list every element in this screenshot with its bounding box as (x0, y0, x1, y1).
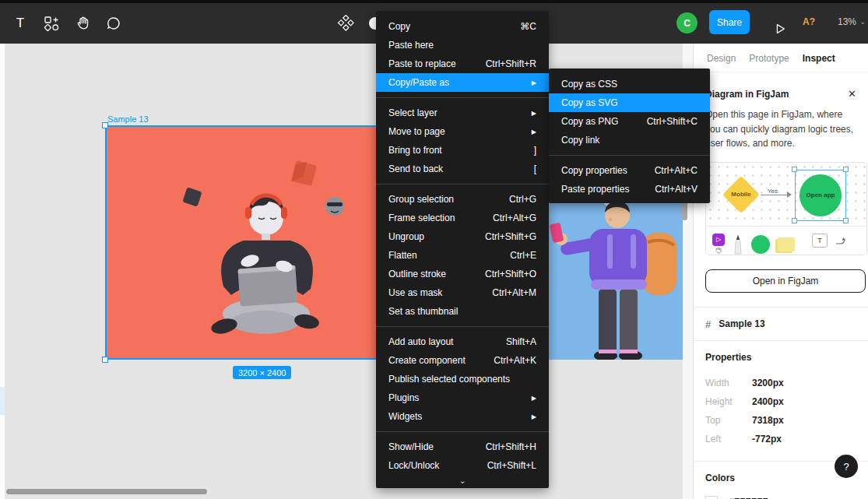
preview-arrowhead (787, 192, 792, 198)
left-panel-edge (0, 44, 5, 499)
resources-tool-icon[interactable] (36, 8, 67, 39)
share-button[interactable]: Share (709, 10, 750, 34)
figjam-preview-image: Mobile Yes Open app ▷ (705, 162, 867, 255)
property-value: 7318px (752, 415, 784, 426)
selected-frame-row[interactable]: # Sample 13 (694, 307, 868, 340)
property-value: -772px (752, 434, 782, 445)
menu-item-paste-here[interactable]: Paste here (376, 36, 549, 54)
submenu-arrow-icon: ▶ (532, 128, 536, 135)
text-tool-icon[interactable]: T (5, 8, 36, 39)
menu-item-copy[interactable]: Copy ⌘C (376, 17, 549, 36)
menu-item-move-to-page[interactable]: Move to page ▶ (376, 122, 549, 141)
menu-item-plugins[interactable]: Plugins ▶ (376, 388, 549, 407)
menu-item-create-component[interactable]: Create component Ctrl+Alt+K (376, 351, 549, 370)
viewer-badge[interactable]: A? (803, 16, 815, 27)
preview-figjam-toolbar: ▷ T (706, 226, 866, 255)
menu-item-copy-paste-as[interactable]: Copy/Paste as ▶ (376, 73, 549, 92)
zoom-level: 13% (838, 16, 856, 27)
window-top-edge (0, 0, 868, 3)
zoom-menu[interactable]: 13% ⌄ (838, 16, 866, 27)
frame-icon: # (705, 318, 711, 330)
properties-title: Properties (705, 352, 856, 363)
resize-handle-bottom-left[interactable] (102, 357, 108, 363)
preview-cursor-tool-icon: ▷ (712, 234, 725, 246)
illustration-person-laptop (107, 127, 416, 358)
menu-divider (376, 326, 549, 327)
menu-item-group-selection[interactable]: Group selection Ctrl+G (376, 190, 549, 209)
preview-diamond-label: Mobile (723, 191, 759, 198)
menu-scroll-chevron-icon[interactable]: ⌄ (376, 476, 549, 486)
menu-divider (376, 431, 549, 432)
preview-handle (792, 218, 797, 223)
help-icon: ? (843, 461, 849, 473)
hand-tool-icon[interactable] (67, 8, 98, 39)
preview-marker-tool-icon (733, 234, 743, 255)
menu-item-send-to-back[interactable]: Send to back [ (376, 160, 549, 178)
menu-item-use-as-mask[interactable]: Use as mask Ctrl+Alt+M (376, 283, 549, 302)
preview-hand-tool-icon (715, 248, 722, 254)
selected-frame-sample13[interactable] (105, 125, 417, 360)
submenu-item-copy-as-svg[interactable]: Copy as SVG (549, 93, 710, 112)
canvas-horizontal-scrollbar[interactable] (6, 489, 207, 494)
preview-selection-box (795, 170, 846, 221)
menu-item-set-as-thumbnail[interactable]: Set as thumbnail (376, 302, 549, 321)
property-row-top: Top 7318px (705, 411, 856, 430)
property-row-height: Height 2400px (705, 392, 856, 411)
menu-item-show-hide[interactable]: Show/Hide Ctrl+Shift+H (376, 438, 549, 456)
menu-item-flatten[interactable]: Flatten Ctrl+E (376, 246, 549, 265)
menu-item-add-auto-layout[interactable]: Add auto layout Shift+A (376, 332, 549, 351)
menu-item-widgets[interactable]: Widgets ▶ (376, 407, 549, 426)
preview-sticky-tool-icon (778, 237, 795, 251)
property-row-width: Width 3200px (705, 374, 856, 392)
submenu-item-copy-as-png[interactable]: Copy as PNG Ctrl+Shift+C (549, 112, 710, 131)
present-icon[interactable] (764, 13, 796, 44)
submenu-item-copy-as-css[interactable]: Copy as CSS (549, 75, 710, 93)
properties-section: Properties Width 3200px Height 2400px To… (694, 341, 868, 461)
submenu-item-paste-properties[interactable]: Paste properties Ctrl+Alt+V (549, 180, 710, 199)
left-panel-page-indicator[interactable] (0, 387, 5, 415)
open-in-figjam-button[interactable]: Open in FigJam (705, 269, 866, 293)
submenu-arrow-icon: ▶ (532, 110, 536, 117)
figjam-promo-section: Diagram in FigJam ✕ Open this page in Fi… (694, 72, 868, 293)
avatar[interactable]: C (676, 12, 698, 33)
preview-edge-label: Yes (766, 188, 779, 195)
color-row[interactable]: #FFFFFF (705, 496, 856, 499)
comment-tool-icon[interactable] (98, 8, 129, 39)
menu-item-ungroup[interactable]: Ungroup Ctrl+Shift+G (376, 227, 549, 246)
color-swatch (705, 496, 718, 499)
property-value: 3200px (752, 378, 784, 388)
chevron-down-icon: ⌄ (859, 19, 866, 25)
component-icon[interactable] (330, 8, 361, 39)
submenu-item-copy-properties[interactable]: Copy properties Ctrl+Alt+C (549, 161, 710, 180)
selection-size-badge: 3200 × 2400 (233, 366, 291, 379)
menu-divider (376, 97, 549, 98)
canvas-frame-label[interactable]: Sample 13 (107, 114, 149, 124)
property-label: Top (705, 415, 752, 426)
copy-paste-as-submenu: Copy as CSS Copy as SVG Copy as PNG Ctrl… (549, 69, 710, 203)
menu-item-frame-selection[interactable]: Frame selection Ctrl+Alt+G (376, 209, 549, 227)
menu-item-publish-selected-components[interactable]: Publish selected components (376, 370, 549, 388)
property-label: Width (705, 378, 752, 388)
submenu-arrow-icon: ▶ (532, 395, 536, 402)
menu-item-select-layer[interactable]: Select layer ▶ (376, 104, 549, 122)
resize-handle-top-left[interactable] (102, 122, 108, 128)
menu-item-outline-stroke[interactable]: Outline stroke Ctrl+Shift+O (376, 265, 549, 283)
tab-prototype[interactable]: Prototype (749, 53, 789, 64)
submenu-item-copy-link[interactable]: Copy link (549, 131, 710, 149)
property-label: Height (705, 396, 752, 407)
close-icon[interactable]: ✕ (848, 88, 856, 100)
preview-handle (843, 218, 849, 223)
preview-handle (792, 167, 797, 172)
menu-item-paste-to-replace[interactable]: Paste to replace Ctrl+Shift+R (376, 54, 549, 73)
menu-item-bring-to-front[interactable]: Bring to front ] (376, 141, 549, 160)
tab-inspect[interactable]: Inspect (803, 53, 835, 64)
menu-divider (549, 155, 710, 156)
menu-item-lock-unlock[interactable]: Lock/Unlock Ctrl+Shift+L (376, 456, 549, 475)
preview-connector-tool-icon (835, 235, 848, 246)
tab-design[interactable]: Design (707, 53, 736, 64)
figjam-title: Diagram in FigJam (705, 89, 789, 100)
panel-tabs: Design Prototype Inspect (694, 44, 868, 72)
frame-name: Sample 13 (719, 318, 764, 329)
help-button[interactable]: ? (835, 455, 858, 478)
preview-text-tool-icon: T (812, 234, 828, 248)
